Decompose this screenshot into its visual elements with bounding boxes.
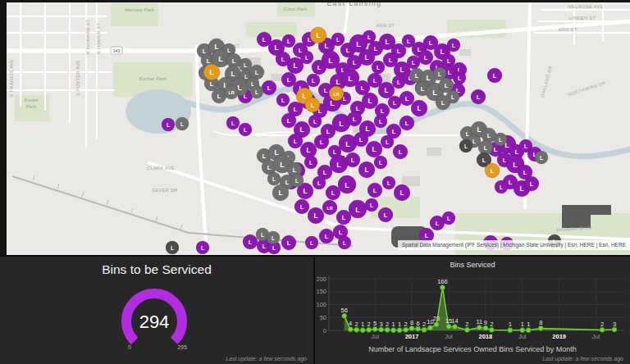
cluster-marker[interactable]: L — [399, 116, 414, 130]
data-point[interactable] — [477, 325, 482, 330]
data-point[interactable] — [422, 327, 427, 332]
cluster-marker[interactable]: L — [365, 198, 378, 212]
cluster-marker[interactable]: L — [388, 96, 401, 109]
cluster-marker[interactable]: L — [276, 93, 290, 107]
data-point[interactable] — [526, 328, 531, 333]
cluster-marker[interactable]: L — [347, 111, 362, 126]
cluster-marker[interactable]: L — [196, 241, 209, 254]
data-point[interactable] — [385, 327, 390, 332]
data-point[interactable] — [483, 325, 488, 330]
cluster-marker[interactable]: L — [308, 115, 322, 128]
cluster-marker[interactable]: L — [399, 91, 414, 106]
cluster-marker[interactable]: L — [487, 68, 502, 83]
cluster-marker[interactable]: L — [330, 155, 348, 173]
cluster-marker[interactable]: L — [300, 142, 317, 158]
cluster-marker[interactable]: L — [485, 163, 500, 178]
cluster-marker[interactable]: L — [308, 207, 324, 224]
cluster-marker[interactable]: L — [418, 50, 433, 65]
data-point[interactable] — [452, 325, 457, 330]
cluster-marker[interactable]: L — [290, 174, 304, 187]
cluster-marker[interactable]: L — [319, 229, 334, 243]
data-point[interactable] — [342, 313, 347, 318]
cluster-marker[interactable]: L — [331, 33, 345, 46]
data-point[interactable] — [600, 327, 605, 332]
cluster-marker[interactable]: L — [453, 71, 466, 84]
cluster-marker[interactable]: L — [281, 113, 296, 128]
cluster-marker[interactable]: L — [358, 162, 375, 178]
cluster-marker[interactable]: L — [358, 49, 375, 66]
cluster-marker[interactable]: L — [378, 207, 393, 222]
cluster-marker[interactable]: L — [381, 135, 394, 148]
data-point[interactable] — [416, 326, 421, 331]
cluster-marker[interactable]: L — [226, 116, 240, 130]
cluster-marker[interactable]: L — [305, 98, 320, 112]
data-point[interactable] — [489, 327, 494, 332]
cluster-marker[interactable]: L — [267, 172, 281, 185]
data-point[interactable] — [372, 326, 377, 331]
cluster-marker[interactable]: L — [374, 115, 387, 128]
cluster-marker[interactable]: L — [272, 184, 289, 201]
cluster-marker[interactable]: L — [494, 133, 507, 146]
cluster-marker[interactable]: L — [288, 134, 303, 148]
data-point[interactable] — [354, 327, 359, 332]
cluster-marker[interactable]: L — [239, 123, 252, 136]
cluster-marker[interactable]: L — [281, 235, 296, 250]
cluster-marker[interactable]: L — [354, 132, 368, 147]
cluster-marker[interactable]: L — [447, 39, 460, 52]
cluster-marker[interactable]: L — [294, 199, 309, 214]
data-point[interactable] — [379, 327, 384, 332]
cluster-marker[interactable]: L — [436, 95, 450, 110]
data-point[interactable] — [348, 327, 353, 332]
data-point[interactable] — [520, 328, 525, 333]
cluster-marker[interactable]: L — [166, 241, 179, 254]
data-point[interactable] — [397, 328, 402, 333]
cluster-marker[interactable]: L — [176, 117, 189, 130]
cluster-marker[interactable]: L — [382, 176, 395, 189]
data-point[interactable] — [427, 325, 432, 330]
cluster-marker[interactable]: L — [313, 176, 326, 189]
cluster-marker[interactable]: L — [282, 34, 295, 48]
cluster-marker[interactable]: L — [314, 134, 329, 149]
cluster-marker[interactable]: L — [524, 176, 539, 191]
cluster-marker[interactable]: L — [374, 156, 387, 169]
cluster-marker[interactable]: L — [459, 139, 472, 152]
cluster-marker[interactable]: L — [411, 100, 427, 116]
data-point[interactable] — [612, 327, 617, 332]
cluster-marker[interactable]: L — [368, 183, 382, 198]
cluster-marker[interactable]: L — [407, 56, 420, 69]
data-point[interactable] — [391, 328, 396, 333]
cluster-marker[interactable]: L — [338, 236, 351, 249]
cluster-marker[interactable]: L — [250, 85, 263, 98]
cluster-marker[interactable]: L — [300, 51, 313, 64]
cluster-marker[interactable]: L — [267, 231, 280, 244]
data-point[interactable] — [538, 325, 543, 330]
data-point[interactable] — [446, 324, 451, 329]
map-panel[interactable]: East LansingCourt ParkHensley ParkKocher… — [0, 0, 630, 255]
data-point[interactable] — [508, 328, 513, 333]
cluster-marker[interactable]: L — [471, 89, 486, 104]
cluster-marker[interactable]: L — [305, 236, 318, 249]
cluster-marker[interactable]: L — [535, 151, 548, 164]
cluster-marker[interactable]: LR — [224, 84, 239, 99]
cluster-marker[interactable]: L — [349, 200, 367, 218]
cluster-marker[interactable]: L — [203, 64, 220, 80]
cluster-marker[interactable]: L — [310, 27, 326, 43]
data-point[interactable] — [440, 285, 445, 290]
cluster-marker[interactable]: L — [243, 234, 258, 249]
data-point[interactable] — [409, 325, 414, 330]
cluster-marker[interactable]: L — [162, 118, 175, 131]
cluster-marker[interactable]: LR — [322, 200, 337, 215]
cluster-marker[interactable]: L — [304, 156, 317, 169]
cluster-marker[interactable]: L — [372, 61, 385, 74]
data-point[interactable] — [404, 327, 409, 332]
data-point[interactable] — [434, 322, 439, 327]
map-canvas[interactable]: East LansingCourt ParkHensley ParkKocher… — [0, 0, 630, 255]
cluster-marker[interactable]: L — [366, 141, 382, 157]
cluster-marker[interactable]: L — [345, 152, 360, 167]
cluster-marker[interactable]: L — [495, 180, 508, 193]
cluster-marker[interactable]: L — [378, 82, 395, 98]
cluster-marker[interactable]: L — [393, 144, 408, 159]
data-point[interactable] — [464, 327, 469, 332]
cluster-marker[interactable]: L — [394, 184, 410, 201]
cluster-marker[interactable]: L — [262, 80, 276, 95]
